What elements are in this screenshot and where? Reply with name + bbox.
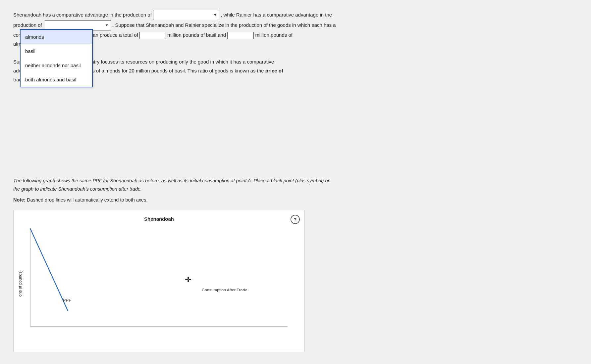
- italic-line1: The following graph shows the same PPF f…: [13, 178, 331, 183]
- chart-svg: 80 70 60 50 40 PPF ✛ Co: [30, 228, 298, 339]
- input2[interactable]: [227, 32, 254, 39]
- graph-title: Shenandoah: [14, 210, 304, 222]
- dropdown1[interactable]: ▼: [153, 10, 219, 20]
- svg-text:Consumption After Trade: Consumption After Trade: [202, 288, 247, 292]
- menu-item-almonds[interactable]: almonds: [21, 30, 92, 44]
- sentence1-part1: Shenandoah has a comparative advantage i…: [13, 12, 152, 18]
- svg-text:✛: ✛: [185, 276, 191, 284]
- instruction-block: The following graph shows the same PPF f…: [13, 177, 578, 193]
- help-button[interactable]: ?: [291, 215, 300, 224]
- dropdown2-arrow: ▼: [105, 22, 109, 29]
- sentence1-part2: , while Rainier has a comparative advant…: [221, 12, 332, 18]
- sentence2-part2: . Suppose that Shenandoah and Rainier sp…: [112, 22, 336, 28]
- note-block: Note: Dashed drop lines will automatical…: [13, 196, 578, 204]
- dropdown1-value: [155, 11, 213, 19]
- dropdown1-arrow: ▼: [213, 12, 217, 19]
- y-axis-label: ons of pounds): [18, 270, 23, 296]
- italic-line2: the graph to indicate Shenandoah's consu…: [13, 186, 142, 192]
- note-text: Dashed drop lines will automatically ext…: [27, 197, 147, 203]
- svg-line-12: [30, 228, 68, 311]
- menu-item-neither[interactable]: neither almonds nor basil: [21, 58, 92, 72]
- graph-area[interactable]: ? Shenandoah ons of pounds) 80 70 60: [13, 210, 305, 352]
- sentence3-part3: million pounds of basil and: [167, 32, 226, 38]
- input1[interactable]: [139, 32, 166, 39]
- dropdown-menu: almonds basil neither almonds nor basil …: [20, 29, 93, 87]
- price-of-trade-label: price of: [265, 68, 283, 73]
- svg-text:PPF: PPF: [63, 298, 71, 303]
- main-text-block: Shenandoah has a comparative advantage i…: [13, 10, 578, 84]
- dropdown2-value: [47, 21, 105, 29]
- sentence2-part1: production of: [13, 22, 42, 28]
- sentence3-part4: million pounds of: [255, 32, 293, 38]
- menu-item-basil[interactable]: basil: [21, 44, 92, 58]
- note-label: Note:: [13, 197, 26, 203]
- menu-item-both[interactable]: both almonds and basil: [21, 72, 92, 87]
- page: Shenandoah has a comparative advantage i…: [0, 0, 591, 364]
